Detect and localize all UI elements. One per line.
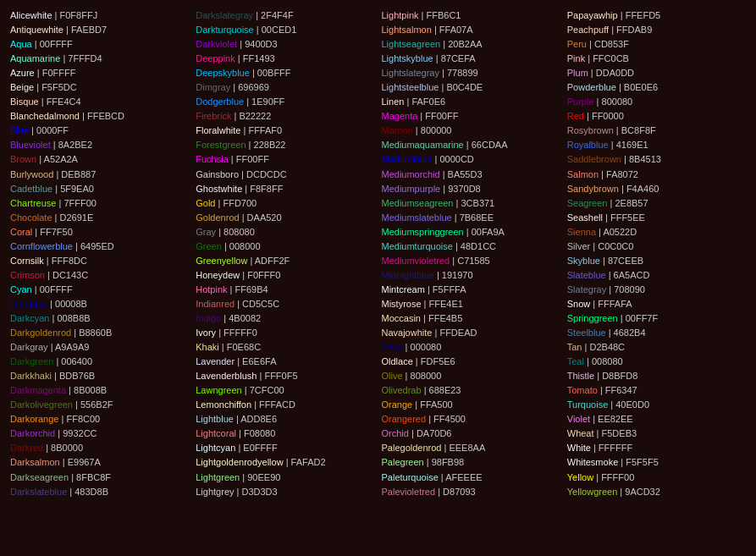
- color-name-label: Springgreen: [567, 313, 618, 323]
- color-separator: |: [52, 212, 60, 223]
- color-separator: |: [222, 241, 229, 251]
- color-hex-label: FFF5EE: [610, 212, 645, 223]
- color-name-label: Beige: [10, 82, 34, 92]
- list-item: Thistle | D8BFD8: [567, 369, 746, 383]
- color-hex-label: AFEEEE: [445, 472, 482, 482]
- list-item: Darkcyan | 008B8B: [10, 311, 189, 326]
- color-separator: |: [242, 184, 250, 194]
- color-separator: |: [617, 487, 625, 497]
- color-separator: |: [417, 111, 425, 121]
- color-column-3: Papayawhip | FFEFD5Peachpuff | FFDAB9Per…: [564, 7, 749, 501]
- list-item: Pink | FFC0CB: [567, 52, 746, 66]
- color-name-label: Brown: [10, 154, 36, 164]
- color-hex-label: FFEFD5: [626, 10, 661, 20]
- color-name-label: Lightgrey: [196, 487, 234, 497]
- color-hex-label: FFEBCD: [87, 111, 124, 121]
- color-hex-label: 8B0000: [51, 443, 83, 453]
- color-hex-label: FF4500: [433, 414, 466, 424]
- color-name-label: Orange: [382, 399, 413, 410]
- color-hex-label: FFB6C1: [427, 10, 461, 20]
- color-separator: |: [80, 111, 87, 121]
- color-separator: |: [52, 184, 60, 194]
- color-separator: |: [435, 487, 443, 497]
- list-item: Khaki | F0E68C: [196, 340, 374, 355]
- color-name-label: Lightcyan: [196, 443, 235, 453]
- list-item: Navajowhite | FFDEAD: [382, 326, 560, 340]
- color-separator: |: [254, 25, 262, 35]
- color-name-label: Orchid: [382, 428, 409, 438]
- color-hex-label: FFC0CB: [593, 53, 629, 63]
- color-separator: |: [452, 212, 460, 223]
- list-item: Turquoise | 40E0D0: [567, 398, 746, 412]
- color-hex-label: 98FB98: [432, 457, 465, 467]
- color-hex-label: BDB76B: [59, 371, 95, 381]
- color-separator: |: [53, 356, 61, 366]
- color-name-label: Lawngreen: [196, 385, 241, 395]
- color-separator: |: [590, 299, 598, 309]
- color-separator: |: [450, 256, 457, 266]
- color-name-label: Lightpink: [382, 10, 419, 20]
- color-name-label: Navajowhite: [382, 328, 433, 338]
- color-name-label: Navy: [382, 342, 403, 352]
- color-separator: |: [229, 154, 236, 164]
- color-name-label: Greenyellow: [196, 256, 247, 266]
- list-item: Gold | FFD700: [196, 196, 374, 211]
- color-hex-label: 006400: [61, 356, 92, 366]
- color-hex-label: F4A460: [626, 184, 659, 194]
- color-hex-label: 6A5ACD: [614, 270, 650, 280]
- list-item: Floralwhite | FFFAF0: [196, 124, 374, 138]
- color-separator: |: [48, 342, 55, 352]
- list-item: Orange | FFA500: [382, 398, 560, 412]
- list-item: Purple | 800080: [567, 95, 746, 109]
- list-item: Indigo | 4B0082: [196, 311, 374, 326]
- list-item: Lavenderblush | FFF0F5: [196, 369, 374, 383]
- color-name-label: Gainsboro: [196, 169, 239, 179]
- color-name-label: Lightblue: [196, 414, 234, 424]
- color-separator: |: [606, 328, 614, 338]
- color-hex-label: 808080: [223, 227, 255, 237]
- color-separator: |: [618, 313, 626, 323]
- color-name-label: Azure: [10, 68, 35, 78]
- list-item: Mediumseagreen | 3CB371: [382, 196, 560, 211]
- color-hex-label: 696969: [238, 82, 269, 92]
- list-item: Linen | FAF0E6: [382, 95, 560, 109]
- color-hex-label: 00BFFF: [257, 68, 291, 78]
- color-hex-label: DCDCDC: [246, 169, 287, 179]
- color-name-label: Mediumorchid: [382, 169, 440, 179]
- color-separator: |: [246, 140, 254, 150]
- color-name-label: Royalblue: [567, 140, 609, 150]
- list-item: Palegoldenrod | EEE8AA: [382, 441, 560, 455]
- color-hex-label: C71585: [457, 256, 490, 266]
- color-name-label: Palegreen: [382, 457, 424, 467]
- color-separator: |: [242, 385, 250, 395]
- color-separator: |: [419, 10, 427, 20]
- list-item: Hotpink | FF69B4: [196, 283, 374, 297]
- color-separator: |: [55, 428, 63, 438]
- color-hex-label: 8A2BE2: [58, 140, 92, 150]
- color-hex-label: A9A9A9: [55, 342, 89, 352]
- color-separator: |: [608, 399, 615, 410]
- color-name-label: Cadetblue: [10, 184, 52, 194]
- color-hex-label: EEE8AA: [449, 443, 485, 453]
- color-separator: |: [464, 227, 472, 237]
- list-item: Darkorange | FF8C00: [10, 412, 189, 427]
- color-name-label: Seashell: [567, 212, 603, 223]
- color-hex-label: CD853F: [594, 39, 629, 49]
- color-name-label: Lightgoldenrodyellow: [196, 457, 283, 467]
- color-name-label: Darkcyan: [10, 313, 49, 323]
- color-hex-label: 66CDAA: [472, 140, 508, 150]
- color-hex-label: FFE4B5: [428, 313, 462, 323]
- color-name-label: Bisque: [10, 96, 39, 107]
- list-item: Coral | FF7F50: [10, 225, 189, 239]
- color-name-label: Crimson: [10, 270, 45, 280]
- color-hex-label: CD5C5C: [242, 299, 279, 309]
- color-hex-label: F5F5DC: [41, 82, 77, 92]
- color-separator: |: [216, 227, 223, 237]
- list-item: Seashell | FFF5EE: [567, 211, 746, 225]
- color-name-label: Magenta: [382, 111, 418, 121]
- list-item: Lavender | E6E6FA: [196, 355, 374, 369]
- color-name-label: Purple: [567, 96, 594, 107]
- color-separator: |: [32, 284, 40, 295]
- list-item: Teal | 008080: [567, 355, 746, 369]
- color-hex-label: DA70D6: [417, 428, 452, 438]
